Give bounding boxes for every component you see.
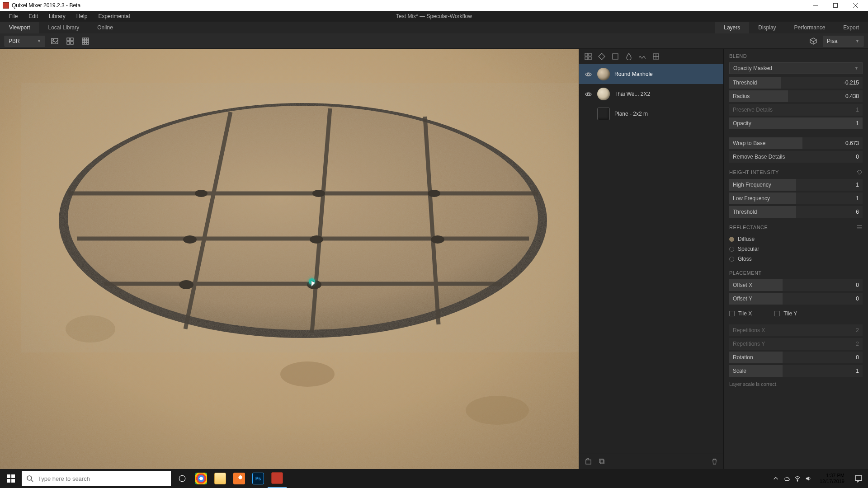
taskbar-explorer[interactable] (211, 469, 230, 488)
menu-experimental[interactable]: Experimental (93, 11, 135, 22)
layer-type-liquid-icon[interactable] (624, 52, 633, 61)
tab-display[interactable]: Display (749, 22, 785, 33)
layer-type-material-icon[interactable] (584, 52, 593, 61)
wrap-to-base-slider[interactable]: Wrap to Base0.673 (729, 137, 863, 149)
svg-rect-13 (82, 40, 84, 42)
tab-layers[interactable]: Layers (715, 22, 749, 33)
layer-type-paint-icon[interactable] (651, 52, 660, 61)
radius-slider[interactable]: Radius0.438 (729, 90, 863, 102)
maximize-button[interactable] (826, 0, 845, 11)
tray-volume-icon[interactable] (805, 475, 811, 482)
svg-point-38 (307, 280, 321, 289)
section-reflectance: REFLECTANCE (729, 224, 863, 230)
taskbar-chrome[interactable] (192, 469, 211, 488)
search-icon (26, 475, 33, 482)
menu-library[interactable]: Library (43, 11, 71, 22)
clock-time: 1:37 PM (820, 473, 844, 479)
render-mode-dropdown[interactable]: PBR▼ (5, 36, 45, 47)
start-button[interactable] (0, 469, 22, 488)
svg-point-60 (797, 480, 798, 481)
layers-panel: Round Manhole Thai We... 2X2 Plane - 2x2… (579, 49, 723, 469)
tab-export[interactable]: Export (834, 22, 868, 33)
svg-rect-61 (855, 475, 862, 480)
menu-help[interactable]: Help (71, 11, 93, 22)
view-grid2-icon[interactable] (64, 36, 76, 47)
tab-local-library[interactable]: Local Library (39, 22, 88, 33)
svg-rect-39 (585, 53, 588, 56)
environment-label: Pisa (827, 38, 837, 44)
svg-point-36 (431, 235, 444, 244)
svg-point-35 (310, 235, 323, 244)
minimize-button[interactable] (806, 0, 826, 11)
svg-rect-1 (834, 4, 838, 8)
low-frequency-slider[interactable]: Low Frequency1 (729, 192, 863, 204)
preserve-details-field[interactable]: Preserve Details1 (729, 104, 863, 116)
view-grid3-icon[interactable] (80, 36, 91, 47)
svg-point-33 (428, 190, 440, 197)
tile-x-checkbox[interactable]: Tile X (729, 308, 752, 319)
svg-point-20 (280, 361, 335, 387)
system-tray[interactable] (769, 475, 815, 482)
tray-cloud-icon[interactable] (783, 475, 790, 482)
environment-dropdown[interactable]: Pisa▼ (823, 36, 863, 47)
close-button[interactable] (845, 0, 865, 11)
blend-mode-label: Opacity Masked (733, 65, 772, 71)
taskbar-blender[interactable] (230, 469, 249, 488)
svg-rect-17 (85, 42, 86, 44)
svg-point-31 (195, 190, 208, 197)
taskbar-photoshop[interactable]: Ps (249, 469, 268, 488)
offset-x-slider[interactable]: Offset X0 (729, 279, 863, 291)
rotation-slider[interactable]: Rotation0 (729, 352, 863, 363)
reflectance-specular-radio[interactable]: Specular (729, 244, 863, 254)
taskbar-mixer[interactable] (268, 469, 287, 488)
tray-wifi-icon[interactable] (794, 475, 801, 482)
height-threshold-slider[interactable]: Threshold6 (729, 206, 863, 218)
tray-chevron-up-icon[interactable] (773, 475, 779, 482)
visibility-toggle[interactable] (584, 91, 593, 98)
offset-y-slider[interactable]: Offset Y0 (729, 293, 863, 305)
opacity-slider[interactable]: Opacity1 (729, 117, 863, 129)
reflectance-gloss-radio[interactable]: Gloss (729, 254, 863, 264)
environment-cube-icon[interactable] (807, 36, 819, 47)
svg-rect-43 (613, 54, 618, 59)
viewport-toolbar: PBR▼ Pisa▼ (0, 33, 868, 49)
threshold-slider[interactable]: Threshold-0.215 (729, 77, 863, 89)
taskbar-clock[interactable]: 1:37 PM 12/17/2019 (815, 473, 849, 484)
layer-type-noise-icon[interactable] (638, 52, 647, 61)
layer-row[interactable]: Round Manhole (579, 64, 723, 84)
svg-point-45 (587, 73, 590, 75)
tile-y-checkbox[interactable]: Tile Y (774, 308, 797, 319)
repetitions-x-field[interactable]: Repetitions X2 (729, 324, 863, 336)
tab-performance[interactable]: Performance (785, 22, 835, 33)
cortana-button[interactable] (173, 469, 192, 488)
menu-icon[interactable] (856, 224, 863, 230)
svg-rect-56 (11, 479, 15, 483)
viewport-3d[interactable] (0, 49, 579, 469)
repetitions-y-field[interactable]: Repetitions Y2 (729, 338, 863, 350)
delete-layer-icon[interactable] (710, 457, 719, 466)
action-center-button[interactable] (849, 469, 868, 488)
chevron-down-icon: ▼ (855, 39, 859, 43)
layer-type-surface-icon[interactable] (597, 52, 606, 61)
menu-edit[interactable]: Edit (23, 11, 43, 22)
taskbar-search[interactable]: Type here to search (22, 471, 171, 486)
scale-slider[interactable]: Scale1 (729, 365, 863, 377)
layer-type-solid-icon[interactable] (611, 52, 620, 61)
add-group-icon[interactable] (584, 457, 593, 466)
layer-thumbnail (597, 88, 610, 100)
blend-mode-dropdown[interactable]: Opacity Masked▼ (729, 62, 863, 74)
layer-row[interactable]: Thai We... 2X2 (579, 84, 723, 104)
svg-rect-12 (87, 38, 89, 40)
remove-base-details-slider[interactable]: Remove Base Details0 (729, 151, 863, 163)
reflectance-diffuse-radio[interactable]: Diffuse (729, 234, 863, 244)
tab-viewport[interactable]: Viewport (0, 22, 39, 33)
layer-row[interactable]: Plane - 2x2 m (579, 104, 723, 124)
view-image-icon[interactable] (49, 36, 61, 47)
tab-online[interactable]: Online (88, 22, 122, 33)
high-frequency-slider[interactable]: High Frequency1 (729, 179, 863, 191)
menu-file[interactable]: File (4, 11, 23, 22)
layer-name: Round Manhole (614, 71, 653, 77)
reset-icon[interactable] (856, 169, 863, 175)
duplicate-layer-icon[interactable] (597, 457, 606, 466)
visibility-toggle[interactable] (584, 71, 593, 78)
